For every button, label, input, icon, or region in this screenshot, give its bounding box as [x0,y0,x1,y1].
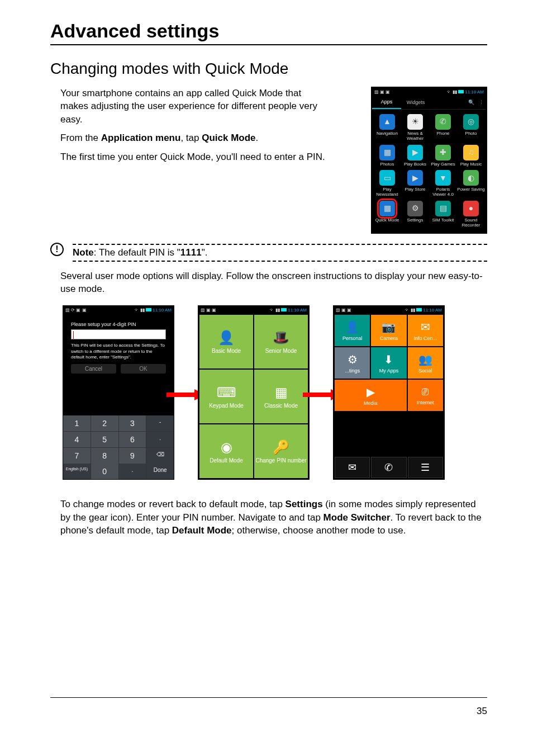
mode-icon: ⌨ [217,385,236,400]
home-tile[interactable]: ⎚Internet [408,380,443,411]
tile-label: Camera [380,336,398,341]
app-icon: ▦ [379,201,395,216]
overflow-icon[interactable]: ⋮ [476,100,486,105]
app-icon: ⚙ [407,201,423,216]
keypad-key[interactable]: - [146,415,174,431]
dock-button[interactable]: ✆ [371,457,406,478]
home-tile[interactable]: 📷Camera [371,315,406,346]
tile-icon: 📷 [382,320,396,334]
tab-widgets[interactable]: Widgets [401,96,430,108]
mode-selection-screenshot: ▧ ▣ ▣ ᯤ▮▮11:10 AM 👤Basic Mode🎩Senior Mod… [198,305,310,480]
app-power-saving[interactable]: ◐Power Saving [457,170,485,197]
tile-label: Personal [342,336,363,341]
app-grid: ▲Navigation☀News & Weather✆Phone◎Photo▦P… [372,110,486,233]
app-label: Photos [380,162,394,167]
pin-input[interactable] [71,329,166,339]
home-tile[interactable]: 👥Social [408,347,443,379]
statusbar: ▧ ▣ ▣ ᯤ ▮▮ 11:10 AM [372,88,486,96]
app-label: Polaris Viewer 4.0 [429,187,457,197]
body-paragraph: Your smartphone contains an app called Q… [60,87,329,126]
keypad-key[interactable]: 8 [91,448,118,464]
home-tile[interactable]: ▶Media [335,380,407,411]
home-tile[interactable]: ⚙...tings [335,347,370,379]
app-sim-toolkit[interactable]: ▤SIM Toolkit [429,201,457,228]
keypad-done-key[interactable]: Done [146,464,174,479]
mode-tile-keypad-mode[interactable]: ⌨Keypad Mode [199,370,253,423]
app-play-newsstand[interactable]: ▭Play Newsstand [373,170,401,197]
app-sound-recorder[interactable]: ●Sound Recorder [457,201,485,228]
keypad-key[interactable]: ⌫ [146,448,174,464]
ok-button[interactable]: OK [121,364,166,374]
keypad-key[interactable]: 5 [91,432,118,447]
dock-button[interactable]: ☰ [408,457,443,478]
app-icon: ▶ [407,145,423,160]
mode-icon: 🔑 [273,440,289,455]
app-icon: ◎ [463,114,479,130]
mode-icon: 🎩 [273,330,289,346]
app-news-weather[interactable]: ☀News & Weather [401,114,429,141]
app-settings[interactable]: ⚙Settings [401,201,429,228]
mode-tile-classic-mode[interactable]: ▦Classic Mode [254,370,308,423]
app-phone[interactable]: ✆Phone [429,114,457,141]
mode-tile-change-pin-number[interactable]: 🔑Change PIN number [254,424,308,478]
battery-icon [458,90,464,93]
mode-label: Basic Mode [212,348,241,354]
app-play-games[interactable]: ✚Play Games [429,145,457,167]
app-navigation[interactable]: ▲Navigation [373,114,401,141]
mode-tile-senior-mode[interactable]: 🎩Senior Mode [254,315,308,368]
keypad-language-label: English (US) [63,464,91,479]
keypad-key[interactable]: 1 [63,415,91,431]
tile-icon: ⎚ [422,385,429,398]
keypad-key[interactable]: 3 [119,415,146,431]
keypad-key-0[interactable]: 0 [91,464,118,479]
keypad-key[interactable]: 4 [63,432,91,447]
keypad-key[interactable]: 2 [91,415,118,431]
tile-icon: ✉ [421,320,430,334]
dock-button[interactable]: ✉ [335,457,370,478]
app-play-store[interactable]: ▶Play Store [401,170,429,197]
page-title: Advanced settings [50,20,487,42]
app-icon: ◐ [463,170,479,186]
app-label: Photo [465,131,477,136]
footer-rule [50,697,487,698]
body-paragraph: To change modes or revert back to defaul… [60,498,487,537]
body-paragraph: The first time you enter Quick Mode, you… [60,150,329,163]
cancel-button[interactable]: Cancel [71,364,116,374]
tab-apps[interactable]: Apps [372,96,401,109]
keypad-key[interactable]: 6 [119,432,146,447]
app-play-books[interactable]: ▶Play Books [401,145,429,167]
app-photo[interactable]: ◎Photo [457,114,485,141]
keypad-key[interactable]: 9 [119,448,146,464]
mode-label: Default Mode [210,457,242,464]
status-icons-left: ▧ ▣ ▣ [374,89,390,94]
app-photos[interactable]: ▦Photos [373,145,401,167]
home-tile[interactable]: 👤Personal [335,315,370,346]
app-quick-mode[interactable]: ▦Quick Mode [373,201,401,228]
app-label: Play Music [460,162,482,167]
mode-label: Senior Mode [265,348,297,354]
app-icon: ✆ [435,114,451,130]
app-label: Sound Recorder [457,218,485,228]
home-tile[interactable]: ⬇My Apps [371,347,406,379]
tile-icon: 👥 [418,353,432,366]
app-label: Settings [407,218,423,223]
app-icon: ▲ [379,114,395,130]
tile-label: Media [364,400,378,406]
app-polaris-viewer-4-0[interactable]: ▼Polaris Viewer 4.0 [429,170,457,197]
app-launcher-screenshot: ▧ ▣ ▣ ᯤ ▮▮ 11:10 AM Apps Widgets 🔍 ⋮ ▲Na… [371,87,487,234]
pin-help-text: This PIN will be used to access the Sett… [71,343,166,360]
home-tile[interactable]: ✉Info Cen... [408,315,443,346]
pin-title: Please setup your 4-digit PIN [71,322,166,327]
keypad-key[interactable]: 7 [63,448,91,464]
mode-tile-default-mode[interactable]: ◉Default Mode [199,424,253,478]
mode-tile-basic-mode[interactable]: 👤Basic Mode [199,315,253,368]
search-icon[interactable]: 🔍 [466,100,476,105]
keypad-key-period[interactable]: . [119,464,146,479]
body-paragraph: Several user mode options will display. … [60,270,487,296]
app-play-music[interactable]: ♫Play Music [457,145,485,167]
keypad-key[interactable]: . [146,432,174,447]
pin-setup-screenshot: ▧ ⟳ ▣ ▣ ᯤ▮▮11:10 AM Please setup your 4-… [63,305,174,480]
tile-icon: ▶ [367,385,375,399]
mode-tile-grid: 👤Basic Mode🎩Senior Mode⌨Keypad Mode▦Clas… [198,314,309,479]
tile-label: My Apps [379,368,399,374]
